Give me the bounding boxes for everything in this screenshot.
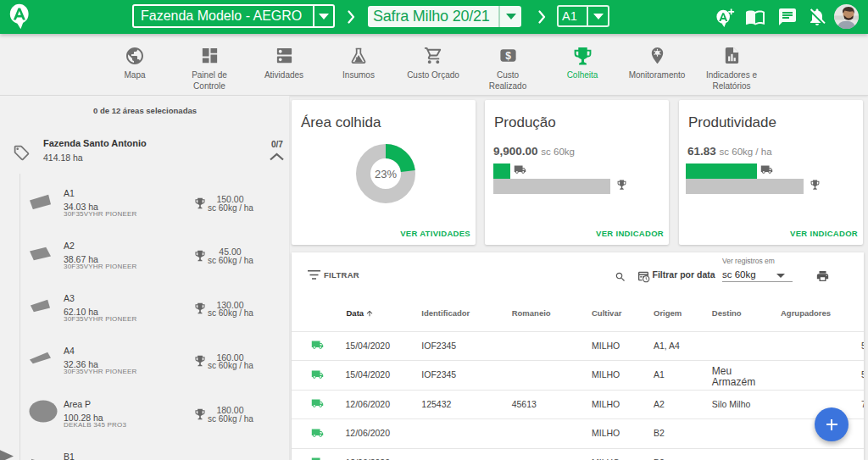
- svg-text:23%: 23%: [375, 168, 397, 180]
- svg-text:$: $: [505, 50, 511, 62]
